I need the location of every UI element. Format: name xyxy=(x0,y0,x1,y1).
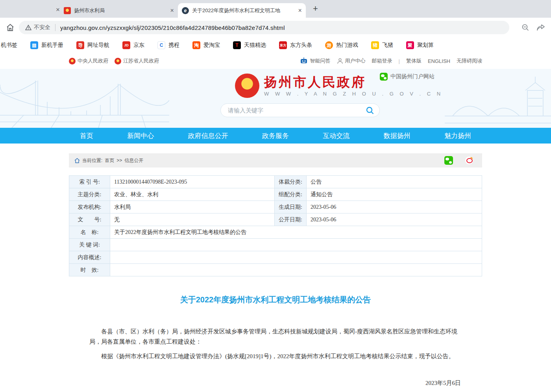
nav-charm[interactable]: 魅力扬州 xyxy=(444,131,471,140)
meta-label: 主题分类: xyxy=(69,188,110,201)
portal-label: 中国扬州门户网站 xyxy=(390,73,435,80)
home-icon xyxy=(74,158,80,163)
bookmark-item[interactable]: 机书签 xyxy=(1,42,17,49)
browser-toolbar: 不安全 yangzhou.gov.cn/yzszxxgk/slj/202305/… xyxy=(0,18,551,37)
bookmark-label: 新机手册 xyxy=(41,42,63,49)
bookmark-item[interactable]: ▤新机手册 xyxy=(30,41,63,49)
meta-label: 组配分类: xyxy=(275,188,307,201)
bookmark-item[interactable]: 导网址导航 xyxy=(76,41,109,49)
pagoda-line-art xyxy=(445,69,551,128)
meta-label: 关 键 词: xyxy=(69,239,110,251)
bookmark-item[interactable]: 猪飞猪 xyxy=(371,41,393,49)
nav-services[interactable]: 政务服务 xyxy=(262,131,289,140)
bookmark-label: 爱淘宝 xyxy=(203,42,220,49)
bookmark-item[interactable]: 游热门游戏 xyxy=(325,41,358,49)
nav-info-disclosure[interactable]: 政府信息公开 xyxy=(188,131,228,140)
article-paragraph: 根据《扬州市水利工程文明工地建设管理办法》(扬水规[2019]1号)，2022年… xyxy=(89,351,462,361)
breadcrumb-prefix: 当前位置: xyxy=(82,157,102,164)
bookmark-label: 京东 xyxy=(133,42,144,49)
meta-value xyxy=(110,239,482,251)
fliggy-icon: 猪 xyxy=(371,41,379,49)
bookmark-item[interactable]: JD京东 xyxy=(122,41,144,49)
nav-site-icon: 导 xyxy=(76,41,84,49)
meta-value: 2023-05-06 xyxy=(306,213,482,226)
tab-shuiliju[interactable]: ★ 扬州市水利局 × xyxy=(60,3,178,18)
weibo-share-icon[interactable] xyxy=(465,156,473,165)
smart-qa-label: 智能问答 xyxy=(310,57,331,64)
article-date: 2023年5月6日 xyxy=(69,379,482,387)
link-central-gov[interactable]: ★ 中央人民政府 xyxy=(69,57,108,64)
taobao-icon: 淘 xyxy=(192,41,200,49)
url-text[interactable]: yangzhou.gov.cn/yzszxxgk/slj/202305/210c… xyxy=(60,24,285,31)
user-center-link[interactable]: 用户中心 xyxy=(337,57,366,64)
share-icon[interactable] xyxy=(536,23,545,32)
bookmark-item[interactable]: C携程 xyxy=(157,41,179,49)
wechat-icon xyxy=(380,73,388,81)
nav-home[interactable]: 首页 xyxy=(80,131,93,140)
search-icon[interactable] xyxy=(365,106,375,115)
bookmark-label: 携程 xyxy=(168,42,179,49)
close-icon[interactable]: × xyxy=(170,7,174,14)
tmall-icon: T xyxy=(233,41,241,49)
breadcrumb: 当前位置: 首页 >> 信息公开 xyxy=(69,153,482,167)
search-input[interactable] xyxy=(228,107,365,114)
robot-icon xyxy=(300,57,308,64)
bookmark-item[interactable]: 东方东方头条 xyxy=(279,41,312,49)
bookmark-item[interactable]: 淘爱淘宝 xyxy=(192,41,220,49)
security-label: 不安全 xyxy=(34,24,50,31)
traditional-version-link[interactable]: 繁体版 xyxy=(406,57,422,64)
page-content: 当前位置: 首页 >> 信息公开 索 引 号: 1132100001440709… xyxy=(69,153,482,392)
mail-login-link[interactable]: 邮箱登录 xyxy=(372,57,392,64)
table-row: 名 称: 关于2022年度扬州市水利工程文明工地考核结果的公告 xyxy=(69,226,482,239)
table-row: 发布机构: 水利局 生成日期: 2023-05-06 xyxy=(69,201,482,213)
zoom-out-icon[interactable] xyxy=(521,23,530,32)
document-meta-table: 索 引 号: 11321000014407098E-2023-095 体裁分类:… xyxy=(69,175,482,276)
site-search[interactable] xyxy=(220,103,380,117)
meta-value: 农业、林业、水利 xyxy=(110,188,275,201)
security-status[interactable]: 不安全 xyxy=(25,24,50,31)
browser-favicon: e xyxy=(182,7,189,14)
wechat-share-icon[interactable] xyxy=(444,156,453,165)
meta-value: 无 xyxy=(110,213,275,226)
link-label: 江苏省人民政府 xyxy=(123,57,159,64)
bridge-line-art xyxy=(0,69,169,128)
bookmark-label: 聚划算 xyxy=(417,42,434,49)
jd-icon: JD xyxy=(122,41,130,49)
link-jiangsu-gov[interactable]: ★ 江苏省人民政府 xyxy=(115,57,159,64)
meta-label: 索 引 号: xyxy=(69,176,110,188)
main-nav: 首页 新闻中心 政府信息公开 政务服务 互动交流 数据扬州 魅力扬州 xyxy=(0,128,551,144)
meta-value: 关于2022年度扬州市水利工程文明工地考核结果的公告 xyxy=(110,226,482,239)
gov-emblem-icon: ★ xyxy=(115,58,121,64)
smart-qa-link[interactable]: 智能问答 xyxy=(300,57,331,64)
tab-active-article[interactable]: e 关于2022年度扬州市水利工程文明工地 × xyxy=(178,3,306,18)
tab-title: 关于2022年度扬州市水利工程文明工地 xyxy=(192,7,295,14)
gov-emblem-favicon: ★ xyxy=(64,7,71,14)
address-separator xyxy=(55,24,55,31)
nav-data[interactable]: 数据扬州 xyxy=(384,131,410,140)
bookmark-item[interactable]: 聚聚划算 xyxy=(406,41,434,49)
new-tab-button[interactable]: + xyxy=(313,4,318,13)
portal-wechat-link[interactable]: 中国扬州门户网站 xyxy=(380,73,435,81)
breadcrumb-current[interactable]: 信息公开 xyxy=(124,157,143,164)
meta-label: 内容概述: xyxy=(69,251,110,264)
close-icon[interactable]: × xyxy=(298,7,302,14)
english-version-link[interactable]: ENGLISH xyxy=(428,58,450,64)
article-title: 关于2022年度扬州市水利工程文明工地考核结果的公告 xyxy=(69,294,482,305)
breadcrumb-home[interactable]: 首页 xyxy=(105,157,114,164)
meta-value xyxy=(110,251,482,264)
manual-icon: ▤ xyxy=(30,41,38,49)
accessibility-link[interactable]: 无障碍阅读 xyxy=(457,57,482,64)
home-icon[interactable] xyxy=(6,23,15,32)
address-bar[interactable]: 不安全 yangzhou.gov.cn/yzszxxgk/slj/202305/… xyxy=(19,21,509,34)
table-row: 文 号: 无 公开日期: 2023-05-06 xyxy=(69,213,482,226)
nav-interaction[interactable]: 互动交流 xyxy=(323,131,349,140)
meta-value: 通知公告 xyxy=(306,188,482,201)
bookmark-item[interactable]: T天猫精选 xyxy=(233,41,266,49)
close-icon[interactable]: × xyxy=(56,6,60,14)
meta-label: 体裁分类: xyxy=(275,176,307,188)
tab-title: 扬州市水利局 xyxy=(74,7,167,14)
nav-news[interactable]: 新闻中心 xyxy=(127,131,154,140)
table-row: 主题分类: 农业、林业、水利 组配分类: 通知公告 xyxy=(69,188,482,201)
user-center-label: 用户中心 xyxy=(345,57,366,64)
ctrip-icon: C xyxy=(157,41,165,49)
